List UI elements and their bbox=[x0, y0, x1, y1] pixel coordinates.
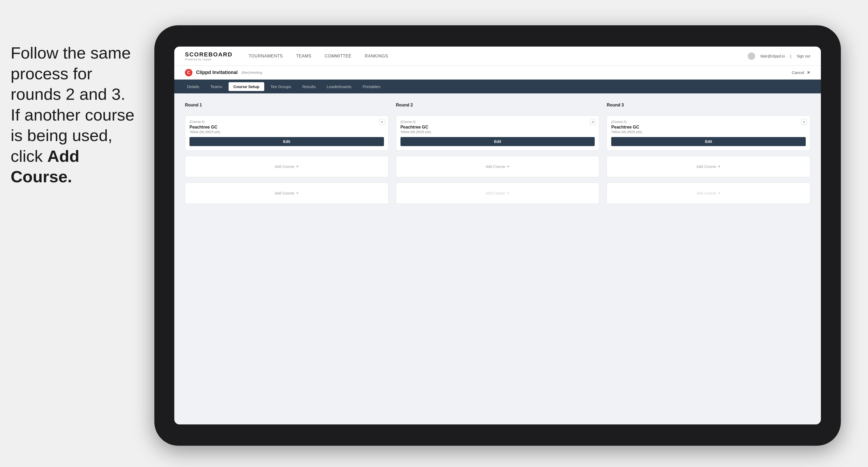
round-1-add-course-2-text: Add Course + bbox=[275, 190, 299, 196]
round-2-add-course-1-text: Add Course + bbox=[486, 164, 509, 169]
round-2-course-label: (Course A) bbox=[400, 120, 595, 124]
round-3-plus-icon-2: + bbox=[718, 190, 721, 196]
round-1-course-card: ✕ (Course A) Peachtree GC Yellow (M) (66… bbox=[185, 116, 389, 151]
tab-teams[interactable]: Teams bbox=[206, 82, 227, 91]
round-2-delete-button[interactable]: ✕ bbox=[590, 119, 596, 125]
sub-header: C Clippd Invitational (Men) Hosting Canc… bbox=[174, 66, 821, 80]
clippd-logo: C bbox=[185, 69, 192, 76]
cancel-x-icon: ✕ bbox=[807, 70, 810, 75]
round-2-course-name: Peachtree GC bbox=[400, 125, 595, 130]
round-1-course-name: Peachtree GC bbox=[189, 125, 384, 130]
round-1-add-course-2[interactable]: Add Course + bbox=[185, 183, 389, 204]
round-2-plus-icon-2: + bbox=[507, 190, 510, 196]
men-badge: (Men) bbox=[241, 70, 250, 74]
round-1-delete-button[interactable]: ✕ bbox=[379, 119, 385, 125]
tab-tee-groups[interactable]: Tee Groups bbox=[266, 82, 296, 91]
sign-out-link[interactable]: Sign out bbox=[797, 54, 810, 58]
round-3-course-name: Peachtree GC bbox=[611, 125, 806, 130]
tab-details[interactable]: Details bbox=[182, 82, 204, 91]
nav-item-tournaments[interactable]: TOURNAMENTS bbox=[249, 53, 283, 60]
round-3-delete-button[interactable]: ✕ bbox=[801, 119, 807, 125]
tournament-name: Clippd Invitational bbox=[196, 70, 238, 75]
tab-printables[interactable]: Printables bbox=[358, 82, 385, 91]
tab-course-setup[interactable]: Course Setup bbox=[228, 82, 264, 91]
round-3-course-label: (Course A) bbox=[611, 120, 806, 124]
round-3-plus-icon-1: + bbox=[718, 164, 721, 169]
round-1-course-details: Yellow (M) (6629 yds) bbox=[189, 130, 384, 134]
round-1-plus-icon-1: + bbox=[296, 164, 299, 169]
round-3-course-details: Yellow (M) (6629 yds) bbox=[611, 130, 806, 134]
round-3-add-course-2-text: Add Course + bbox=[696, 190, 720, 196]
round-1-add-course-1-text: Add Course + bbox=[275, 164, 299, 169]
tab-results[interactable]: Results bbox=[298, 82, 320, 91]
round-1-edit-button[interactable]: Edit bbox=[189, 137, 384, 146]
hosting-badge: Hosting bbox=[250, 70, 262, 74]
round-1-column: Round 1 ✕ (Course A) Peachtree GC Yellow… bbox=[185, 103, 389, 204]
nav-item-committee[interactable]: COMMITTEE bbox=[324, 53, 351, 60]
round-2-title: Round 2 bbox=[396, 103, 599, 107]
round-3-course-card: ✕ (Course A) Peachtree GC Yellow (M) (66… bbox=[607, 116, 810, 151]
logo-area: SCOREBOARD Powered by clippd bbox=[185, 51, 232, 61]
round-2-edit-button[interactable]: Edit bbox=[400, 137, 595, 146]
round-1-plus-icon-2: + bbox=[296, 190, 299, 196]
logo-text: SCOREBOARD bbox=[185, 51, 232, 58]
tab-bar: Details Teams Course Setup Tee Groups Re… bbox=[174, 80, 821, 93]
round-1-add-course-1[interactable]: Add Course + bbox=[185, 156, 389, 177]
round-2-add-course-2: Add Course + bbox=[396, 183, 599, 204]
round-1-title: Round 1 bbox=[185, 103, 389, 107]
round-2-course-card: ✕ (Course A) Peachtree GC Yellow (M) (66… bbox=[396, 116, 599, 151]
round-1-course-label: (Course A) bbox=[189, 120, 384, 124]
tablet-screen: SCOREBOARD Powered by clippd TOURNAMENTS… bbox=[174, 46, 821, 425]
top-nav-right: blair@clippd.io | Sign out bbox=[748, 53, 810, 60]
round-3-edit-button[interactable]: Edit bbox=[611, 137, 806, 146]
nav-separator: | bbox=[790, 54, 792, 58]
round-2-plus-icon-1: + bbox=[507, 164, 510, 169]
nav-item-teams[interactable]: TEAMS bbox=[296, 53, 312, 60]
round-3-title: Round 3 bbox=[607, 103, 810, 107]
instruction-block: Follow the same process for rounds 2 and… bbox=[0, 42, 154, 187]
round-2-add-course-2-text: Add Course + bbox=[486, 190, 509, 196]
round-2-course-details: Yellow (M) (6629 yds) bbox=[400, 130, 595, 134]
cancel-button[interactable]: Cancel ✕ bbox=[792, 70, 810, 75]
round-3-column: Round 3 ✕ (Course A) Peachtree GC Yellow… bbox=[607, 103, 810, 204]
nav-item-rankings[interactable]: RANKINGS bbox=[365, 53, 388, 60]
nav-items: TOURNAMENTS TEAMS COMMITTEE RANKINGS bbox=[249, 53, 748, 60]
round-2-column: Round 2 ✕ (Course A) Peachtree GC Yellow… bbox=[396, 103, 599, 204]
round-3-add-course-1-text: Add Course + bbox=[696, 164, 720, 169]
round-2-add-course-1[interactable]: Add Course + bbox=[396, 156, 599, 177]
main-content: Round 1 ✕ (Course A) Peachtree GC Yellow… bbox=[174, 93, 821, 425]
tablet-frame: SCOREBOARD Powered by clippd TOURNAMENTS… bbox=[154, 25, 841, 446]
round-3-add-course-2: Add Course + bbox=[607, 183, 810, 204]
tab-leaderboards[interactable]: Leaderboards bbox=[322, 82, 356, 91]
logo-sub: Powered by clippd bbox=[185, 58, 232, 61]
rounds-container: Round 1 ✕ (Course A) Peachtree GC Yellow… bbox=[185, 103, 810, 204]
user-avatar bbox=[748, 53, 755, 60]
top-nav: SCOREBOARD Powered by clippd TOURNAMENTS… bbox=[174, 46, 821, 66]
user-email: blair@clippd.io bbox=[761, 54, 785, 58]
round-3-add-course-1[interactable]: Add Course + bbox=[607, 156, 810, 177]
